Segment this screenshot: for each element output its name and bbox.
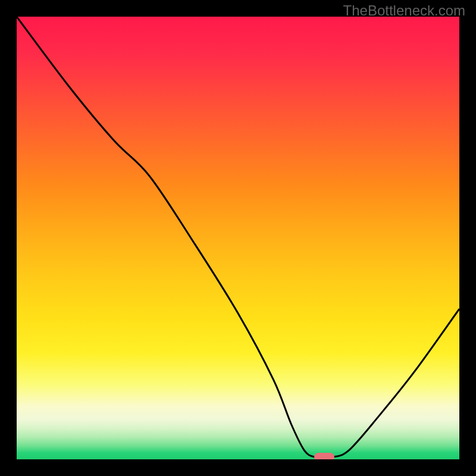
bottleneck-curve [17,17,459,458]
optimal-point-marker [314,453,334,459]
watermark-text: TheBottleneck.com [343,2,465,19]
chart-curve-layer [17,17,459,459]
plot-area [17,17,459,459]
